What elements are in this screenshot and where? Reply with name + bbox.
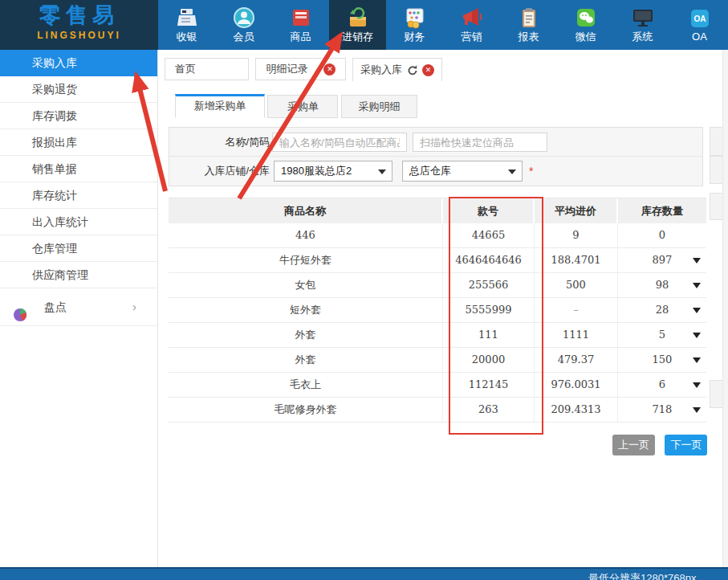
qty-value: 28 xyxy=(656,304,669,316)
close-icon[interactable]: ✕ xyxy=(422,64,434,76)
wechat-icon xyxy=(574,6,598,29)
next-page-button[interactable]: 下一页 xyxy=(665,435,707,455)
name-code-input[interactable] xyxy=(272,133,407,152)
finance-icon xyxy=(403,6,427,29)
tab-purchase-inbound[interactable]: 采购入库 ✕ xyxy=(352,58,442,81)
expand-caret-icon[interactable] xyxy=(693,258,701,263)
sidebar-item-purchase-inbound[interactable]: 采购入库 xyxy=(0,50,157,76)
header-product-name: 商品名称 xyxy=(169,198,443,223)
sidebar-item-stocktake[interactable]: 盘点 › xyxy=(0,288,157,326)
cell-avg-price: 1111 xyxy=(535,323,618,347)
cell-style-no: 112145 xyxy=(443,373,535,397)
qty-value: 150 xyxy=(653,353,673,366)
vertical-scrollbar[interactable] xyxy=(722,50,728,567)
tab-label: 明细记录 xyxy=(266,62,307,76)
sidebar-item-supplier-mgmt[interactable]: 供应商管理 xyxy=(0,262,157,288)
expand-caret-icon[interactable] xyxy=(693,407,701,413)
subtab-purchase-orders[interactable]: 采购单 xyxy=(267,95,338,118)
nav-item-finance[interactable]: 财务 xyxy=(386,0,443,50)
cell-product-name: 短外套 xyxy=(169,298,443,322)
form-row-name: 名称/简码 xyxy=(169,128,702,157)
store-select[interactable]: 1980服装总店2 xyxy=(274,161,392,182)
nav-label: 微信 xyxy=(575,30,596,44)
tab-home[interactable]: 首页 xyxy=(165,58,249,80)
nav-item-oa[interactable]: OA OA xyxy=(671,0,728,50)
sidebar-item-stock-transfer[interactable]: 库存调拨 xyxy=(0,103,157,129)
table-row[interactable]: 女包 255566 500 98 xyxy=(169,273,706,298)
tab-label: 首页 xyxy=(175,62,196,76)
tab-label: 采购入库 xyxy=(360,63,402,77)
nav-item-reports[interactable]: 报表 xyxy=(500,0,557,50)
nav-label: 财务 xyxy=(405,30,425,44)
nav-item-system[interactable]: 系统 xyxy=(614,0,671,50)
store-warehouse-label: 入库店铺/仓库 xyxy=(169,157,270,186)
cell-product-name: 毛衣上 xyxy=(169,373,443,397)
sidebar-item-damage-outbound[interactable]: 报损出库 xyxy=(0,129,157,156)
table-row[interactable]: 牛仔短外套 4646464646 188.4701 897 xyxy=(169,248,706,273)
cell-product-name: 外套 xyxy=(169,323,443,347)
sidebar-item-label: 盘点 xyxy=(44,300,67,313)
table-row[interactable]: 毛衣上 112145 976.0031 6 xyxy=(169,373,706,398)
expand-caret-icon[interactable] xyxy=(693,283,701,288)
nav-item-marketing[interactable]: 营销 xyxy=(443,0,500,50)
expand-caret-icon[interactable] xyxy=(693,333,701,338)
header-avg-price: 平均进价 xyxy=(535,198,618,223)
cell-stock-qty: 5 xyxy=(618,323,706,347)
sidebar-item-label: 仓库管理 xyxy=(32,242,77,255)
table-row[interactable]: 短外套 5555999 – 28 xyxy=(169,298,706,323)
header-stock-qty: 库存数量 xyxy=(618,198,706,223)
nav-item-cashier[interactable]: 收银 xyxy=(158,0,215,50)
warehouse-select[interactable]: 总店仓库 xyxy=(402,161,523,182)
qty-value: 6 xyxy=(659,378,665,390)
cell-stock-qty: 6 xyxy=(618,373,706,397)
cell-avg-price: 209.4313 xyxy=(535,398,618,422)
logo-subtitle: LINGSHOUYI xyxy=(0,30,158,41)
nav-item-goods[interactable]: 商品 xyxy=(272,0,329,50)
nav-item-member[interactable]: 会员 xyxy=(215,0,272,50)
table-row[interactable]: 446 44665 9 0 xyxy=(169,223,706,248)
sidebar-item-stock-stats[interactable]: 库存统计 xyxy=(0,182,157,209)
expand-caret-icon[interactable] xyxy=(693,308,701,313)
scanner-input[interactable] xyxy=(413,133,547,152)
nav-label: OA xyxy=(692,31,707,43)
subtab-new-purchase-order[interactable]: 新增采购单 xyxy=(175,94,265,118)
logo-title: 零售易 xyxy=(0,0,158,30)
sidebar-item-label: 采购退货 xyxy=(32,83,77,96)
close-icon[interactable]: ✕ xyxy=(323,63,336,76)
qty-value: 5 xyxy=(659,329,665,341)
cell-avg-price: 500 xyxy=(535,273,618,297)
expand-caret-icon[interactable] xyxy=(693,382,701,388)
sidebar-item-warehouse-mgmt[interactable]: 仓库管理 xyxy=(0,235,157,262)
cell-avg-price: 188.4701 xyxy=(535,248,618,272)
cell-product-name: 446 xyxy=(169,223,443,247)
report-icon xyxy=(517,6,541,29)
cell-style-no: 20000 xyxy=(443,348,535,372)
nav-label: 营销 xyxy=(462,30,482,44)
pagination: 上一页 下一页 xyxy=(612,435,707,455)
sidebar-item-inout-stats[interactable]: 出入库统计 xyxy=(0,209,157,235)
table-row[interactable]: 外套 20000 479.37 150 xyxy=(169,348,706,373)
sidebar: 采购入库 采购退货 库存调拨 报损出库 销售单据 库存统计 出入库统计 仓库管理… xyxy=(0,50,158,567)
chevron-right-icon: › xyxy=(132,288,136,325)
nav-item-wechat[interactable]: 微信 xyxy=(557,0,614,50)
sidebar-item-purchase-return[interactable]: 采购退货 xyxy=(0,76,157,103)
expand-caret-icon[interactable] xyxy=(693,357,701,363)
sidebar-item-label: 采购入库 xyxy=(32,56,77,69)
subtab-label: 新增采购单 xyxy=(194,100,246,112)
nav-label: 进销存 xyxy=(342,30,373,44)
footer-bar: 最低分辨率1280*768px xyxy=(0,567,728,580)
prev-page-button[interactable]: 上一页 xyxy=(612,435,655,455)
purchase-form: 名称/简码 入库店铺/仓库 1980服装总店2 总店仓库 * xyxy=(169,127,703,186)
subtab-label: 采购单 xyxy=(287,100,319,112)
table-row[interactable]: 毛呢修身外套 263 209.4313 718 xyxy=(169,398,706,423)
store-select-value: 1980服装总店2 xyxy=(281,165,352,177)
tab-strip: 首页 明细记录 ✕ 采购入库 ✕ xyxy=(165,58,442,81)
cell-product-name: 牛仔短外套 xyxy=(169,248,443,272)
tab-detail-records[interactable]: 明细记录 ✕ xyxy=(255,58,346,80)
nav-item-inventory[interactable]: 进销存 xyxy=(329,0,386,50)
sidebar-item-sales-documents[interactable]: 销售单据 xyxy=(0,156,157,182)
refresh-icon[interactable] xyxy=(407,65,417,76)
system-icon xyxy=(631,6,655,29)
table-row[interactable]: 外套 111 1111 5 xyxy=(169,323,706,348)
subtab-purchase-detail[interactable]: 采购明细 xyxy=(341,95,417,118)
